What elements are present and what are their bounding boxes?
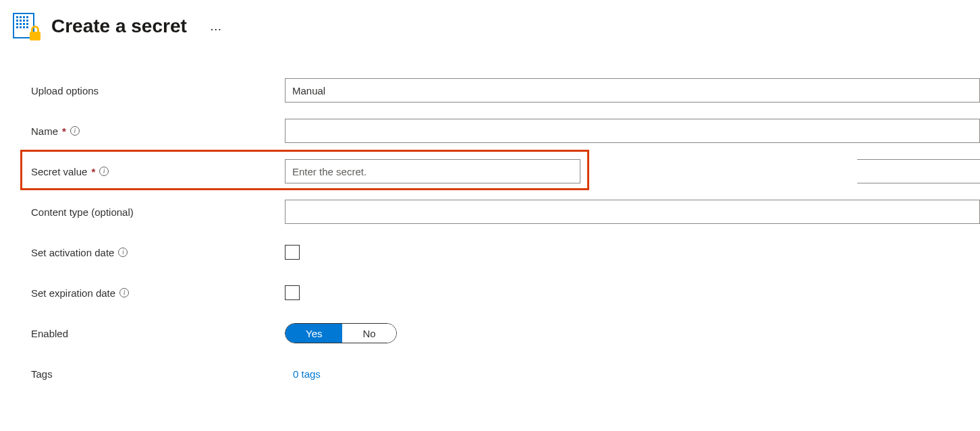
svg-rect-1 (16, 16, 18, 18)
svg-rect-7 (23, 20, 25, 22)
label-enabled: Enabled (31, 328, 68, 339)
svg-rect-17 (30, 32, 40, 40)
secret-form: Upload options Manual Name * i Secret va… (12, 78, 980, 386)
enabled-toggle-yes[interactable]: Yes (285, 324, 342, 343)
row-secret-value: Secret value * i (31, 159, 980, 183)
svg-rect-2 (20, 16, 22, 18)
label-upload-options: Upload options (31, 85, 99, 96)
activation-date-checkbox[interactable] (285, 245, 300, 260)
label-secret-value: Secret value (31, 166, 87, 177)
label-expiration-date: Set expiration date (31, 287, 115, 299)
secret-value-input[interactable] (285, 159, 580, 183)
more-menu-button[interactable]: … (210, 20, 223, 34)
row-upload-options: Upload options Manual (31, 78, 980, 103)
required-indicator: * (62, 125, 66, 137)
svg-rect-5 (16, 20, 18, 22)
svg-rect-16 (26, 26, 28, 28)
label-content-type: Content type (optional) (31, 206, 134, 218)
row-expiration-date: Set expiration date i (31, 281, 980, 305)
svg-rect-9 (16, 23, 18, 25)
page-header: Create a secret … (12, 12, 980, 40)
secret-value-input-continuation (857, 159, 980, 183)
content-type-input[interactable] (285, 200, 980, 224)
label-activation-date: Set activation date (31, 247, 114, 258)
info-icon[interactable]: i (70, 126, 80, 136)
required-indicator: * (91, 166, 95, 177)
svg-rect-14 (20, 26, 22, 28)
label-tags: Tags (31, 368, 53, 380)
info-icon[interactable]: i (118, 248, 128, 257)
svg-rect-10 (20, 23, 22, 25)
upload-options-select[interactable]: Manual (285, 78, 980, 103)
svg-rect-6 (20, 20, 22, 22)
info-icon[interactable]: i (99, 167, 109, 176)
row-activation-date: Set activation date i (31, 240, 980, 264)
tags-link[interactable]: 0 tags (285, 368, 321, 380)
keyvault-secret-icon (12, 12, 40, 40)
expiration-date-checkbox[interactable] (285, 285, 300, 300)
svg-rect-8 (26, 20, 28, 22)
info-icon[interactable]: i (119, 288, 129, 297)
svg-rect-4 (26, 16, 28, 18)
enabled-toggle-no[interactable]: No (342, 324, 396, 343)
svg-rect-11 (23, 23, 25, 25)
svg-rect-12 (26, 23, 28, 25)
svg-rect-3 (23, 16, 25, 18)
svg-rect-15 (23, 26, 25, 28)
row-enabled: Enabled Yes No (31, 321, 980, 345)
enabled-toggle: Yes No (285, 323, 397, 343)
page-title: Create a secret (51, 16, 187, 37)
name-input[interactable] (285, 119, 980, 143)
svg-rect-13 (16, 26, 18, 28)
row-content-type: Content type (optional) (31, 200, 980, 224)
label-name: Name (31, 125, 58, 137)
row-name: Name * i (31, 119, 980, 143)
row-tags: Tags 0 tags (31, 362, 980, 386)
